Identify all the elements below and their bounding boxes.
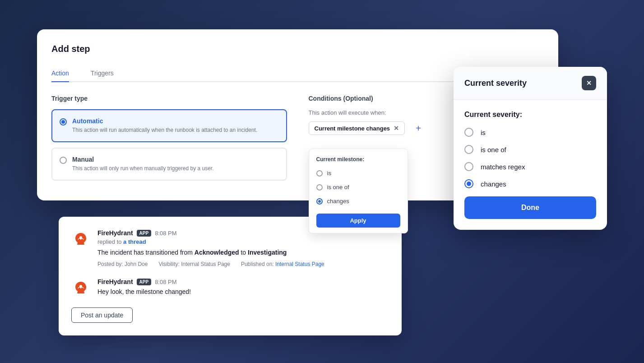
severity-popup: Current severity ✕ Current severity: is … bbox=[454, 67, 607, 230]
notification-item-2: FireHydrant APP 8:08 PM Hey look, the mi… bbox=[71, 278, 389, 300]
condition-tag-milestone[interactable]: Current milestone changes ✕ bbox=[309, 121, 405, 135]
severity-option-is[interactable]: is bbox=[464, 128, 596, 137]
severity-popup-title: Current severity bbox=[464, 79, 527, 88]
notification-card: FireHydrant APP 8:08 PM replied to a thr… bbox=[59, 217, 402, 335]
app-badge-1: APP bbox=[137, 230, 152, 237]
sev-label-is: is bbox=[481, 129, 486, 136]
tab-triggers[interactable]: Triggers bbox=[91, 65, 114, 81]
trigger-automatic-title: Automatic bbox=[72, 117, 257, 125]
notif-sub-1: replied to a thread bbox=[97, 238, 389, 245]
trigger-automatic-desc: This action will run automatically when … bbox=[72, 126, 257, 134]
severity-option-is-one-of[interactable]: is one of bbox=[464, 145, 596, 154]
notif-header-2: FireHydrant APP 8:08 PM bbox=[97, 278, 389, 285]
dropdown-option-is[interactable]: is bbox=[309, 166, 408, 180]
severity-close-btn[interactable]: ✕ bbox=[582, 76, 596, 90]
trigger-manual-desc: This action will only run when manually … bbox=[72, 165, 214, 172]
notif-time-2: 8:08 PM bbox=[155, 279, 176, 285]
severity-subtitle: Current severity: bbox=[464, 111, 596, 119]
condition-tag-text: Current milestone changes bbox=[315, 125, 390, 132]
notification-item-1: FireHydrant APP 8:08 PM replied to a thr… bbox=[71, 229, 389, 267]
sev-label-changes: changes bbox=[481, 180, 506, 188]
dropdown-option-changes[interactable]: changes bbox=[309, 194, 408, 208]
trigger-type-label: Trigger type bbox=[51, 95, 287, 102]
notif-body-2: Hey look, the milestone changed! bbox=[97, 287, 389, 297]
firehyder-logo-2 bbox=[71, 278, 90, 297]
notif-content-1: FireHydrant APP 8:08 PM replied to a thr… bbox=[97, 229, 389, 267]
dropdown-radio-changes bbox=[316, 198, 323, 205]
sev-radio-changes bbox=[464, 179, 473, 188]
notif-time-1: 8:08 PM bbox=[155, 230, 176, 237]
condition-dropdown: Current milestone: is is one of changes bbox=[309, 149, 408, 233]
notif-body-1: The incident has transitioned from Ackno… bbox=[97, 248, 389, 257]
sev-label-matches-regex: matches regex bbox=[481, 163, 525, 171]
dropdown-radio-is-one-of bbox=[316, 184, 323, 191]
dropdown-section-label: Current milestone: bbox=[309, 154, 408, 166]
dropdown-bottom: Apply bbox=[309, 208, 408, 228]
dropdown-apply-btn[interactable]: Apply bbox=[316, 214, 400, 228]
post-update-button[interactable]: Post an update bbox=[71, 307, 133, 323]
trigger-manual-title: Manual bbox=[72, 156, 214, 163]
sev-label-is-one-of: is one of bbox=[481, 146, 506, 154]
trigger-type-section: Trigger type Automatic This action will … bbox=[51, 95, 287, 186]
radio-automatic bbox=[60, 118, 67, 126]
remove-condition-btn[interactable]: ✕ bbox=[394, 125, 399, 132]
add-condition-btn[interactable]: + bbox=[412, 122, 425, 135]
severity-done-btn[interactable]: Done bbox=[464, 196, 596, 219]
sev-radio-matches-regex bbox=[464, 162, 473, 171]
notif-name-2: FireHydrant bbox=[97, 278, 133, 285]
sev-radio-is-one-of bbox=[464, 145, 473, 154]
severity-option-matches-regex[interactable]: matches regex bbox=[464, 162, 596, 171]
notif-content-2: FireHydrant APP 8:08 PM Hey look, the mi… bbox=[97, 278, 389, 300]
internal-status-link[interactable]: Internal Status Page bbox=[275, 261, 324, 267]
radio-manual bbox=[60, 157, 67, 164]
severity-body: Current severity: is is one of matches r… bbox=[454, 100, 607, 230]
trigger-manual-text: Manual This action will only run when ma… bbox=[72, 156, 214, 172]
app-badge-2: APP bbox=[137, 279, 152, 285]
trigger-automatic-text: Automatic This action will run automatic… bbox=[72, 117, 257, 134]
trigger-option-automatic[interactable]: Automatic This action will run automatic… bbox=[51, 109, 287, 142]
sev-radio-is bbox=[464, 128, 473, 137]
severity-header: Current severity ✕ bbox=[454, 67, 607, 100]
dropdown-option-is-one-of[interactable]: is one of bbox=[309, 180, 408, 194]
thread-link[interactable]: a thread bbox=[123, 238, 146, 245]
firehyder-logo-1 bbox=[71, 229, 90, 248]
tab-action[interactable]: Action bbox=[51, 65, 69, 81]
notif-meta-1: Posted by: John Doe Visibility: Internal… bbox=[97, 261, 389, 267]
card-title: Add step bbox=[51, 44, 544, 54]
dropdown-radio-is bbox=[316, 170, 323, 177]
trigger-option-manual[interactable]: Manual This action will only run when ma… bbox=[51, 148, 287, 181]
severity-option-changes[interactable]: changes bbox=[464, 179, 596, 188]
notif-name-1: FireHydrant bbox=[97, 229, 133, 237]
